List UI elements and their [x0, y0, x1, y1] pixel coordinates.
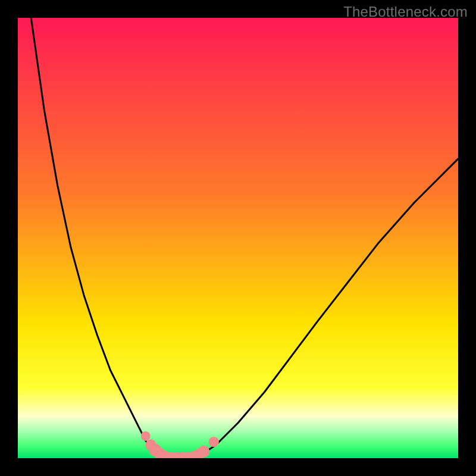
- bottleneck-curve: [31, 18, 458, 458]
- data-marker: [141, 431, 151, 441]
- plot-area: [18, 18, 458, 458]
- data-marker: [198, 446, 209, 458]
- chart-frame: TheBottleneck.com: [0, 0, 476, 476]
- curve-layer: [18, 18, 458, 458]
- data-marker: [209, 437, 219, 447]
- watermark-text: TheBottleneck.com: [343, 4, 468, 20]
